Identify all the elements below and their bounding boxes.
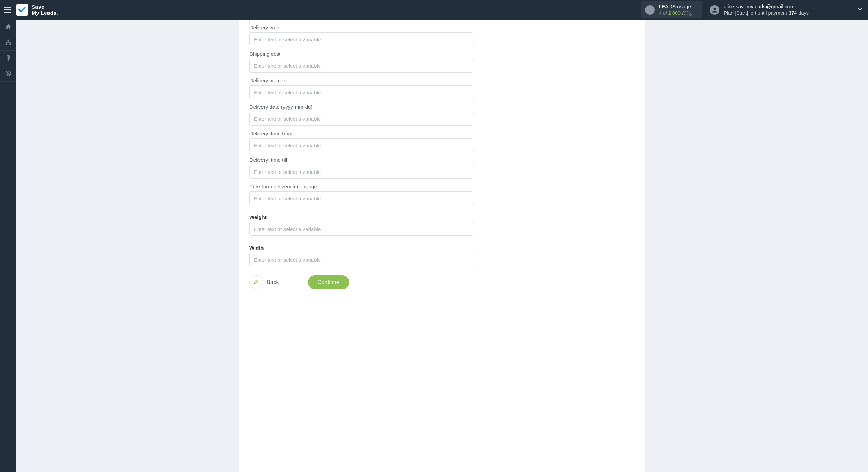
pencil-icon	[253, 279, 259, 286]
usage-label: LEADS usage:	[659, 3, 693, 10]
brand-line1: Save	[32, 4, 58, 10]
nav-home[interactable]	[0, 20, 16, 35]
field: Delivery type	[249, 24, 635, 46]
checkmark-icon	[18, 5, 26, 15]
field: Free-form delivery time range	[249, 183, 635, 205]
field-input[interactable]	[249, 59, 473, 73]
layout: Delivery typeShipping costDelivery net c…	[0, 20, 868, 472]
field: Width	[249, 245, 635, 266]
main-area: Delivery typeShipping costDelivery net c…	[16, 20, 868, 472]
continue-button[interactable]: Continue	[308, 275, 349, 289]
usage-values: 4 of 2'000 (0%)	[659, 10, 693, 16]
field: Shipping cost	[249, 51, 635, 73]
svg-rect-3	[7, 39, 9, 41]
svg-point-0	[650, 8, 651, 9]
topbar: Save My Leads. LEADS usage: 4 of 2'000 (…	[0, 0, 868, 20]
field-label: Delivery net cost	[249, 77, 635, 83]
field-input[interactable]	[249, 85, 473, 99]
usage-widget[interactable]: LEADS usage: 4 of 2'000 (0%)	[641, 1, 702, 18]
previous-input-cut[interactable]	[249, 20, 473, 24]
field-label: Delivery: time from	[249, 130, 635, 136]
brand-logo[interactable]	[16, 4, 28, 16]
sitemap-icon	[5, 39, 12, 47]
field-label: Free-form delivery time range	[249, 183, 635, 189]
user-email: alice.savemyleads@gmail.com	[724, 3, 809, 10]
form-card: Delivery typeShipping costDelivery net c…	[239, 20, 645, 472]
field-input[interactable]	[249, 138, 473, 152]
back-button[interactable]: Back	[249, 275, 279, 289]
field-label: Shipping cost	[249, 51, 635, 57]
home-icon	[5, 23, 12, 31]
field: Weight	[249, 214, 635, 236]
field-input[interactable]	[249, 32, 473, 46]
action-row: Back Continue	[249, 275, 635, 289]
field-label: Delivery type	[249, 24, 635, 30]
back-circle	[249, 275, 263, 289]
user-widget[interactable]: alice.savemyleads@gmail.com Plan |Start|…	[710, 3, 809, 16]
user-plan: Plan |Start| left until payment 374 days	[724, 10, 809, 16]
field-label: Delivery date (yyyy-mm-dd)	[249, 104, 635, 110]
nav-account[interactable]	[0, 66, 16, 82]
menu-toggle[interactable]	[3, 6, 12, 14]
svg-rect-1	[650, 9, 650, 11]
field-input[interactable]	[249, 253, 473, 266]
field-label: Weight	[249, 214, 635, 220]
back-label: Back	[267, 279, 279, 285]
sidenav	[0, 20, 16, 472]
svg-point-7	[7, 72, 9, 73]
nav-billing[interactable]	[0, 51, 16, 66]
svg-point-2	[714, 8, 716, 10]
usage-limit: 2'000	[668, 10, 681, 16]
field: Delivery net cost	[249, 77, 635, 99]
user-avatar-icon	[710, 5, 719, 15]
info-icon	[645, 5, 655, 15]
field-label: Delivery: time till	[249, 157, 635, 163]
field-input[interactable]	[249, 112, 473, 126]
usage-pct: (0%)	[682, 10, 693, 16]
chevron-down-icon[interactable]	[857, 6, 863, 13]
field: Delivery date (yyyy-mm-dd)	[249, 104, 635, 126]
user-text: alice.savemyleads@gmail.com Plan |Start|…	[724, 3, 809, 16]
usage-text: LEADS usage: 4 of 2'000 (0%)	[659, 3, 693, 16]
field-input[interactable]	[249, 222, 473, 236]
field-input[interactable]	[249, 165, 473, 179]
svg-rect-5	[9, 43, 11, 45]
usage-of: of	[663, 10, 667, 16]
field-input[interactable]	[249, 191, 473, 205]
brand-line2: My Leads.	[32, 10, 58, 16]
usage-current: 4	[659, 10, 662, 16]
field: Delivery: time till	[249, 157, 635, 179]
user-icon	[5, 70, 12, 78]
dollar-icon	[5, 54, 12, 62]
svg-rect-4	[5, 43, 7, 45]
nav-integrations[interactable]	[0, 35, 16, 51]
field-label: Width	[249, 245, 635, 251]
brand-text: Save My Leads.	[32, 4, 58, 16]
field: Delivery: time from	[249, 130, 635, 152]
